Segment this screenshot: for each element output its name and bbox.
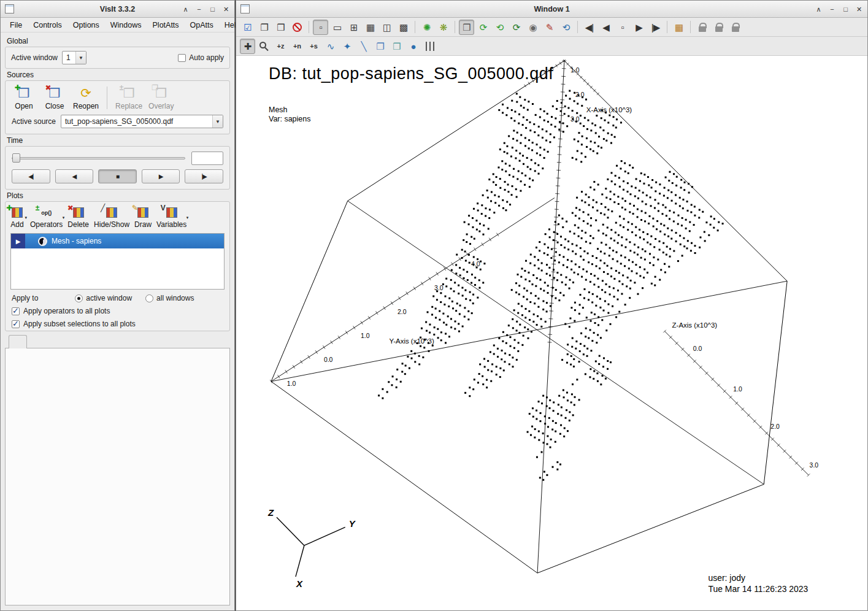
box-tool-icon[interactable]: ❒ xyxy=(389,39,404,54)
zone-pick-icon[interactable]: +z xyxy=(273,39,288,54)
sphere-tool-icon[interactable]: ● xyxy=(405,39,421,54)
prev-frame-icon[interactable]: ◀| xyxy=(582,20,597,35)
shade-button[interactable]: ∧ xyxy=(180,4,191,15)
next-frame-icon[interactable]: |▶ xyxy=(648,20,663,35)
maximize-button[interactable]: □ xyxy=(840,4,851,15)
paint-brush-icon[interactable]: ✎ xyxy=(542,20,557,35)
apply-subset-row[interactable]: Apply subset selections to all plots xyxy=(6,318,229,331)
time-slider[interactable] xyxy=(12,153,185,164)
add-plot-button[interactable]: ✚▾Add xyxy=(7,206,27,229)
shade-button[interactable]: ∧ xyxy=(813,4,824,15)
main-titlebar[interactable]: VisIt 3.3.2 ∧−□✕ xyxy=(1,1,234,18)
pick-tool-icon[interactable]: ✦ xyxy=(339,39,355,54)
clear-window-icon[interactable]: ▫ xyxy=(313,20,328,35)
menu-windows[interactable]: Windows xyxy=(105,20,147,31)
plane-tool-icon[interactable]: ❐ xyxy=(372,39,388,54)
apply-subset-checkbox[interactable] xyxy=(12,320,20,328)
rotate-y-icon[interactable]: ⟲ xyxy=(492,20,507,35)
radio-active-window[interactable]: active window xyxy=(75,294,132,302)
rotate-x-icon[interactable]: ⟳ xyxy=(475,20,491,35)
menu-opatts[interactable]: OpAtts xyxy=(185,20,219,31)
forward-step-button[interactable]: |▶ xyxy=(185,169,223,183)
close-source-button[interactable]: ❒✖Close xyxy=(42,85,67,110)
navigate-mode-icon[interactable]: ❒ xyxy=(459,20,474,35)
open-button[interactable]: ❒✚Open xyxy=(12,85,36,110)
mesh-point xyxy=(508,135,510,137)
plot-expander-icon[interactable]: ▶ xyxy=(11,234,25,248)
mesh-point xyxy=(586,137,588,139)
active-window-combobox[interactable]: 1 ▼ xyxy=(62,51,86,64)
menu-controls[interactable]: Controls xyxy=(28,20,67,31)
menu-options[interactable]: Options xyxy=(67,20,105,31)
plot-visibility-icon[interactable] xyxy=(38,237,47,246)
menu-plotatts[interactable]: PlotAtts xyxy=(147,20,185,31)
operators-button[interactable]: op()±▾Operators xyxy=(28,206,64,229)
maximize-button[interactable]: □ xyxy=(207,4,218,15)
hide-show-button[interactable]: ╱Hide/Show xyxy=(92,206,131,229)
layout-2x2-icon[interactable]: ⊞ xyxy=(346,20,361,35)
minimize-button[interactable]: − xyxy=(826,4,838,15)
layout-3x3-icon[interactable]: ▦ xyxy=(363,20,378,35)
spreadsheet-pick-icon[interactable]: +s xyxy=(306,39,321,54)
close-button[interactable]: ✕ xyxy=(853,4,865,15)
new-window-icon[interactable]: ❐ xyxy=(256,20,272,35)
lineout-icon[interactable]: ∿ xyxy=(323,39,338,54)
node-pick-icon[interactable]: +n xyxy=(290,39,305,54)
layout-1x2-icon[interactable]: ◫ xyxy=(379,20,394,35)
viz-svg[interactable]: 1.02.03.0X-Axis (x10^3)4.03.02.01.00.01.… xyxy=(236,56,867,610)
play-button[interactable]: ▶ xyxy=(142,169,180,183)
save-image-icon[interactable]: ▦ xyxy=(671,20,686,35)
time-slider-track[interactable] xyxy=(12,157,185,159)
chevron-down-icon[interactable]: ▼ xyxy=(212,115,223,128)
apply-operators-row[interactable]: Apply operators to all plots xyxy=(6,305,229,318)
lock-view-icon[interactable] xyxy=(728,20,743,35)
auto-apply-control[interactable]: Auto apply xyxy=(178,53,224,62)
plot-list-item[interactable]: ▶Mesh - sapiens xyxy=(11,234,224,248)
delete-window-icon[interactable] xyxy=(290,20,305,35)
stop-button[interactable]: ■ xyxy=(98,169,137,183)
camera-icon[interactable]: ◉ xyxy=(525,20,540,35)
viewer-titlebar[interactable]: Window 1 ∧−□✕ xyxy=(236,1,867,18)
variables-button[interactable]: V▾Variables xyxy=(155,206,188,229)
mesh-point xyxy=(683,245,685,247)
mesh-point xyxy=(547,285,549,286)
reverse-play-button[interactable]: ◀ xyxy=(55,169,94,183)
auto-apply-checkbox[interactable] xyxy=(178,54,186,62)
apply-operators-checkbox[interactable] xyxy=(12,307,20,315)
active-window-radio[interactable] xyxy=(75,294,83,302)
draw-button[interactable]: ✎Draw xyxy=(133,206,153,229)
time-field[interactable] xyxy=(191,152,223,165)
delete-plot-button[interactable]: ✖Delete xyxy=(66,206,91,229)
examine-view-icon[interactable]: ❋ xyxy=(436,20,451,35)
play-frame-icon[interactable]: ▶ xyxy=(631,20,647,35)
menu-file[interactable]: File xyxy=(4,20,28,31)
layout-1x1-icon[interactable]: ▭ xyxy=(329,20,345,35)
reverse-step-button[interactable]: ◀| xyxy=(12,169,50,183)
layout-4x4-icon[interactable]: ▩ xyxy=(396,20,411,35)
time-slider-handle[interactable] xyxy=(12,153,20,163)
minimize-button[interactable]: − xyxy=(193,4,205,15)
attributes-tab[interactable] xyxy=(9,335,27,348)
zoom-mode-icon[interactable] xyxy=(256,39,272,54)
reopen-button[interactable]: ⟳Reopen xyxy=(73,85,99,110)
current-frame-icon[interactable]: ▫ xyxy=(615,20,630,35)
radio-all-windows[interactable]: all windows xyxy=(145,294,194,302)
spin-view-icon[interactable]: ✺ xyxy=(419,20,434,35)
lock-time-icon[interactable] xyxy=(694,20,710,35)
trackball-mode-icon[interactable]: ✚ xyxy=(240,39,255,54)
mesh-point xyxy=(685,219,687,221)
chevron-down-icon[interactable]: ▼ xyxy=(75,52,86,64)
reverse-play-frame-icon[interactable]: ◀ xyxy=(598,20,613,35)
plot-list[interactable]: ▶Mesh - sapiens xyxy=(10,233,225,290)
active-source-combobox[interactable]: tut_pop-sapiens_SG_005000.qdf ▼ xyxy=(61,115,223,128)
active-window-toggle-icon[interactable]: ☑ xyxy=(240,20,255,35)
sync-views-icon[interactable]: ⟲ xyxy=(558,20,574,35)
lock-tools-icon[interactable] xyxy=(711,20,726,35)
line-tool-icon[interactable]: ╲ xyxy=(356,39,371,54)
all-windows-radio[interactable] xyxy=(145,294,153,302)
close-button[interactable]: ✕ xyxy=(220,4,232,15)
clone-window-icon[interactable]: ❒ xyxy=(273,20,288,35)
rotate-z-icon[interactable]: ⟳ xyxy=(509,20,524,35)
axis-restriction-icon[interactable] xyxy=(422,39,437,54)
mesh-point xyxy=(440,331,442,333)
